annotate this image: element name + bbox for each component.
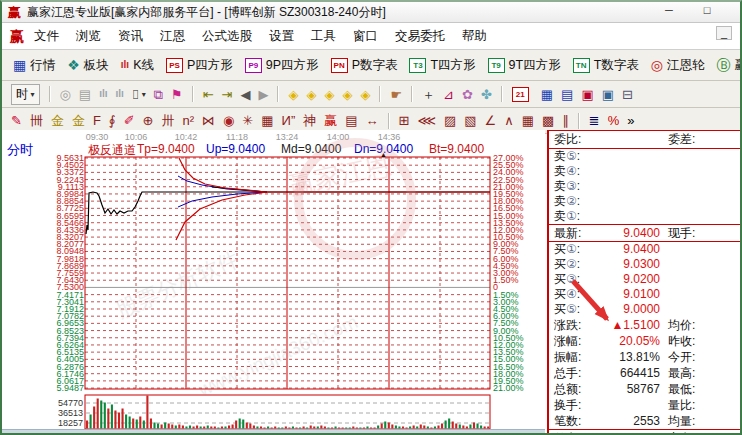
pattern-button[interactable]: ⧉: [154, 88, 163, 101]
zoom-all-button[interactable]: ◈: [360, 88, 370, 101]
flower-button[interactable]: ✿: [462, 88, 473, 101]
angle-lines-icon: ∠: [485, 114, 497, 127]
overlap-button[interactable]: ◎: [60, 88, 71, 101]
box-tool-button[interactable]: ⊞: [399, 114, 410, 127]
buy-queue: 买①:9.0400买②:9.0300买③:9.0200买④:9.0100买⑤:9…: [549, 242, 740, 317]
menu-item-4[interactable]: 公式选股: [202, 28, 252, 45]
toolbar-separator: [388, 113, 390, 129]
prev-button[interactable]: ◀: [240, 88, 250, 101]
maximize-button[interactable]: □: [698, 4, 716, 16]
queue-level-number: ①: [566, 209, 577, 223]
clipboard-button[interactable]: ▤: [79, 88, 91, 101]
p-square-button[interactable]: PSP四方形: [166, 57, 233, 74]
menu-item-5[interactable]: 设置: [269, 28, 294, 45]
gann-fan-button[interactable]: ⋘: [417, 114, 436, 127]
grid3-button[interactable]: ▩: [542, 114, 554, 127]
calendar-button[interactable]: 21: [512, 87, 533, 102]
queue-label: 买④:: [549, 287, 598, 302]
box-grid-button[interactable]: ▦: [261, 114, 273, 127]
gann-grid-button[interactable]: 卌: [30, 114, 43, 127]
shen-grid-button[interactable]: 神: [303, 114, 316, 127]
parallel-button[interactable]: ∥: [562, 114, 569, 127]
menu-item-2[interactable]: 资讯: [118, 28, 143, 45]
more-button[interactable]: »: [627, 114, 634, 127]
f-grid-button[interactable]: F: [93, 114, 101, 127]
mdi-minimize-button[interactable]: _: [716, 26, 732, 40]
zoom-left-button[interactable]: ◈: [288, 88, 298, 101]
pen-icon: ✎: [11, 114, 22, 127]
export-button[interactable]: ▣: [602, 88, 614, 101]
t-digit-table-button[interactable]: TNT数字表: [573, 57, 639, 74]
shade-box-button[interactable]: ▨: [444, 114, 456, 127]
volume-pane-button[interactable]: ılı: [99, 89, 107, 99]
hand-button[interactable]: ☛: [390, 88, 402, 101]
mirror-button[interactable]: ⋈: [202, 114, 215, 127]
n-square-button[interactable]: n²: [182, 114, 194, 127]
angle-lines-button[interactable]: ∠: [485, 114, 497, 127]
measure-button[interactable]: ↔: [366, 114, 379, 127]
last-page-button[interactable]: ⇥: [222, 88, 233, 101]
fan-box-button[interactable]: ▧: [464, 114, 476, 127]
minimize-button[interactable]: ─: [660, 4, 678, 16]
marker-pen-button[interactable]: ✐: [124, 114, 135, 127]
target-button[interactable]: ◉: [223, 114, 234, 127]
zigzag-button[interactable]: ∧: [504, 114, 514, 127]
flag-button[interactable]: ⚑: [171, 88, 183, 101]
trade-cart-button[interactable]: ⊟: [622, 88, 633, 101]
target-icon: ◉: [223, 114, 234, 127]
next-button[interactable]: ▶: [258, 88, 268, 101]
zoom-h-button[interactable]: ◈: [324, 88, 334, 101]
menu-item-3[interactable]: 江恩: [160, 28, 185, 45]
percent-line-button[interactable]: %: [608, 114, 620, 127]
stat-bars-button[interactable]: ≣: [589, 114, 600, 127]
candle-style-button[interactable]: ⌷▾: [132, 88, 146, 101]
spiral-button[interactable]: ∮: [109, 114, 116, 127]
save-button[interactable]: ▣: [581, 88, 593, 101]
stat-value: 20.05%: [598, 333, 660, 349]
kline-button[interactable]: ılıK线: [121, 57, 154, 74]
queue-level-number: ⑤: [566, 149, 577, 163]
menu-item-0[interactable]: 文件: [34, 28, 59, 45]
indicator-pane-button[interactable]: ılı: [116, 89, 124, 99]
star-grid-button[interactable]: ✳: [242, 114, 253, 127]
report-button[interactable]: ▤: [561, 88, 573, 101]
menu-item-6[interactable]: 工具: [311, 28, 336, 45]
sell-row: 卖①:: [549, 209, 740, 224]
winner-wheel-button[interactable]: Ⓑ赢家轮: [717, 57, 740, 74]
channel-bt-value: Bt=9.0400: [429, 142, 484, 156]
crosshair-button[interactable]: ＋: [422, 88, 435, 101]
zoom-v-button[interactable]: ◈: [342, 88, 352, 101]
bottom-scroll-strip[interactable]: [2, 429, 545, 434]
gann-wheel-button[interactable]: ◎江恩轮: [651, 57, 705, 74]
wave-mark-button[interactable]: И”: [282, 114, 296, 127]
first-page-button[interactable]: ⇤: [203, 88, 214, 101]
9t-square-button[interactable]: T99T四方形: [488, 57, 561, 74]
sectors-button[interactable]: ❖板块: [67, 57, 109, 74]
menu-item-7[interactable]: 窗口: [353, 28, 378, 45]
9p-square-button[interactable]: P99P四方形: [245, 57, 319, 74]
menu-item-1[interactable]: 浏览: [76, 28, 101, 45]
calculator-button[interactable]: ▦: [541, 88, 553, 101]
gold-grid2-button[interactable]: 金: [72, 114, 85, 127]
stat-row: 总手:664415最高:: [549, 365, 740, 381]
menu-item-8[interactable]: 交易委托: [395, 28, 445, 45]
stat-row: 总额:58767最低:: [549, 381, 740, 397]
pen-button[interactable]: ✎: [11, 114, 22, 127]
menu-item-9[interactable]: 帮助: [462, 28, 487, 45]
quotes-button[interactable]: ▦行情: [13, 57, 55, 74]
circle-grid-button[interactable]: ⊕: [143, 114, 154, 127]
cloud-button[interactable]: ✤: [481, 88, 492, 101]
zoom-right-button[interactable]: ◈: [306, 88, 316, 101]
ruler-button[interactable]: ▤: [345, 114, 357, 127]
cloud-icon: ✤: [481, 88, 492, 101]
time-label: 10:42: [166, 132, 206, 142]
grid2-button[interactable]: ▦: [522, 114, 534, 127]
gold-grid-button[interactable]: 金: [51, 114, 64, 127]
protractor-button[interactable]: ⊿: [443, 88, 454, 101]
t-square-button[interactable]: T3T四方形: [409, 57, 475, 74]
period-button-button[interactable]: 时▾: [11, 84, 40, 105]
p-digit-table-button[interactable]: PNP数字表: [331, 57, 398, 74]
win-stamp-button[interactable]: 赢: [324, 114, 337, 127]
mirror-icon: ⋈: [202, 114, 215, 127]
grid-button[interactable]: 卅: [161, 114, 174, 127]
